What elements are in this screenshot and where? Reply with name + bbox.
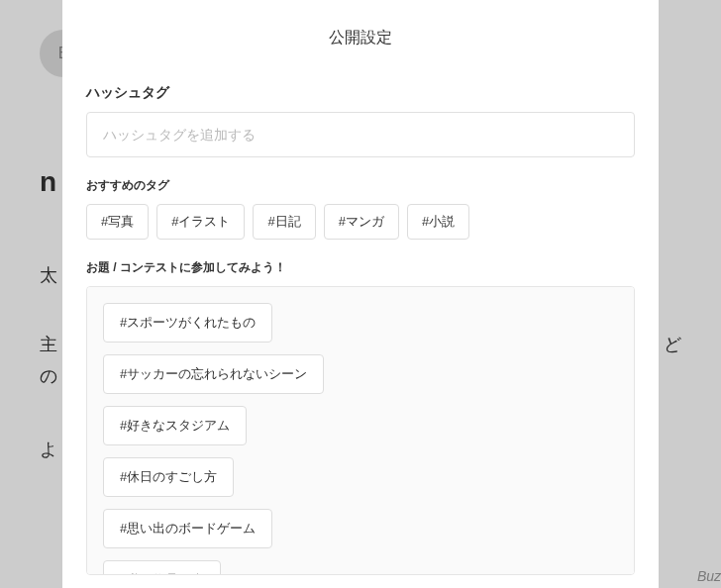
publish-settings-modal: 公開設定 ハッシュタグ おすすめのタグ #写真 #イラスト #日記 #マンガ #… — [62, 0, 659, 588]
tag-chip[interactable]: #マンガ — [324, 204, 399, 240]
contest-tag-chip[interactable]: #スポーツがくれたもの — [103, 303, 272, 343]
contest-scroll-area[interactable]: #スポーツがくれたもの #サッカーの忘れられないシーン #好きなスタジアム #休… — [86, 286, 635, 575]
contest-label: お題 / コンテストに参加してみよう！ — [86, 259, 635, 276]
recommended-tags-label: おすすめのタグ — [86, 177, 635, 194]
modal-title: 公開設定 — [86, 28, 635, 49]
tag-chip[interactable]: #写真 — [86, 204, 149, 240]
hashtag-label: ハッシュタグ — [86, 84, 635, 102]
contest-tag-chip[interactable]: #サッカーの忘れられないシーン — [103, 354, 324, 394]
contest-tag-chip[interactable]: #休日のすごし方 — [103, 457, 234, 497]
tag-chip[interactable]: #日記 — [253, 204, 315, 240]
contest-tag-chip[interactable]: #思い出のボードゲーム — [103, 509, 272, 548]
contest-tag-chip[interactable]: #好きなスタジアム — [103, 406, 247, 445]
contest-tag-chip[interactable]: #私の作品紹介 — [103, 560, 221, 575]
tag-chip[interactable]: #イラスト — [156, 204, 245, 240]
recommended-tags-row: #写真 #イラスト #日記 #マンガ #小説 — [86, 204, 635, 240]
hashtag-input[interactable] — [86, 112, 635, 157]
tag-chip[interactable]: #小説 — [407, 204, 469, 240]
